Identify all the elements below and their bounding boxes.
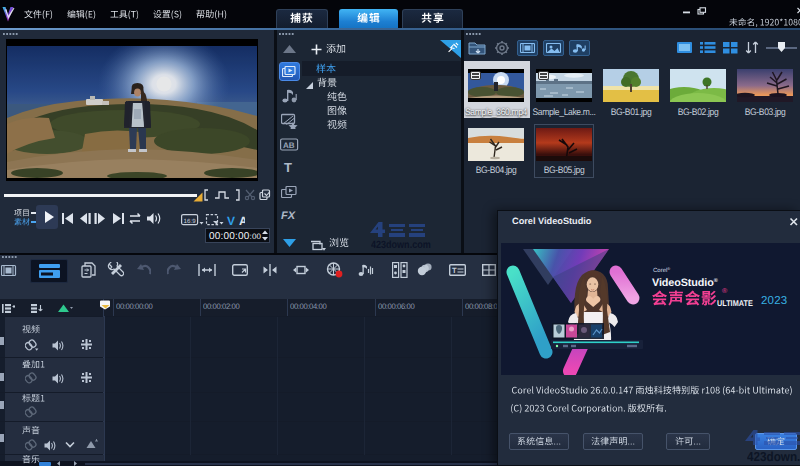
svg-text:VideoStudio®: VideoStudio®	[652, 277, 718, 289]
svg-text:T: T	[452, 266, 457, 275]
svg-text:V: V	[227, 214, 235, 227]
svg-text:16:9: 16:9	[184, 218, 197, 225]
svg-text:A: A	[239, 214, 245, 227]
svg-text:AB: AB	[283, 141, 295, 150]
